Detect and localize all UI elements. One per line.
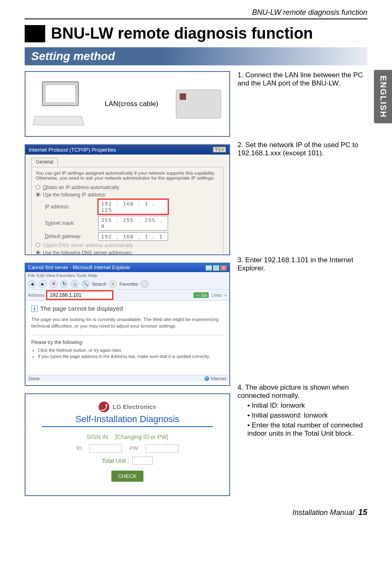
language-tab: ENGLISH (374, 70, 392, 123)
ie-error-text: The page you are looking for is currentl… (31, 316, 224, 329)
page-number: 15 (358, 508, 367, 517)
lan-cable-label: LAN(cross cable) (105, 100, 158, 108)
step-4-bullet-2: • Initial password: lonwork (247, 411, 367, 420)
radio-dns-auto: Obtain DNS server address automatically (36, 242, 219, 248)
ie-status-zone: Internet (211, 376, 226, 381)
dialog-close-buttons[interactable]: ? | × (213, 147, 226, 152)
ie-window-buttons[interactable]: _□× (205, 265, 227, 271)
subnet-mask-label: Subnet mask: (45, 220, 98, 226)
title-block-icon (25, 25, 45, 42)
subnet-mask-field[interactable]: 255 . 255 . 255 . 0 (98, 216, 168, 231)
radio-obtain-auto[interactable]: Obtain an IP address automatically (36, 185, 219, 190)
dialog-tab-general[interactable]: General (31, 158, 58, 166)
radio-use-following[interactable]: Use the following IP address: (36, 192, 219, 198)
ie-address-label: Address (28, 293, 44, 298)
ie-menubar[interactable]: File Edit View Favorites Tools Help (25, 272, 229, 279)
total-unit-label: Total Unit : (102, 457, 129, 464)
ie-search-label[interactable]: Search (92, 282, 106, 286)
page-title: BNU-LW remote diagnosis function (45, 25, 313, 42)
pw-field[interactable] (145, 444, 178, 453)
pc-illustration (34, 81, 87, 127)
step-4-bullet-1: • Initial ID: lonwork (247, 402, 367, 410)
ie-back-button[interactable]: ◄ (28, 280, 36, 288)
ie-address-field[interactable]: 192.168.1.101 (47, 291, 113, 299)
dialog-description: You can get IP settings assigned automat… (36, 171, 219, 180)
dialog-title: Internet Protocol (TCP/IP) Properties (29, 147, 116, 153)
page-title-bar: BNU-LW remote diagnosis function (25, 25, 367, 42)
figure-lan-connection: LAN(cross cable) (25, 71, 230, 137)
ie-toolbar: ◄ ► ✕ ↻ ⌂ 🔍Search ★Favorites 🕘 (25, 279, 229, 290)
pw-label: PW (129, 445, 138, 451)
page-footer: Installation Manual 15 (0, 504, 392, 525)
ie-try-heading: Please try the following: (31, 339, 224, 345)
step-4-bullet-3: • Enter the total number of connected in… (247, 421, 367, 438)
default-gateway-label: Default gateway: (45, 233, 98, 239)
check-button[interactable]: CHECK (111, 471, 143, 482)
self-install-title: Self-Installation Diagnosis (42, 414, 213, 427)
id-field[interactable] (89, 444, 122, 453)
figure-self-install-page: LG Electronics Self-Installation Diagnos… (25, 393, 230, 496)
id-label: ID (76, 445, 82, 451)
figure-ie-window: Cannot find server - Microsoft Internet … (25, 263, 230, 386)
change-idpw-link[interactable]: [Changing ID or PW] (115, 434, 168, 440)
running-header: BNU-LW remote diagnosis function (25, 8, 367, 19)
step-2-text: 2. Set the network IP of the used PC to … (238, 141, 367, 157)
ie-fav-icon[interactable]: ★ (109, 280, 117, 288)
radio-dns-manual[interactable]: Use the following DNS server addresses: (36, 250, 219, 255)
ie-go-button[interactable]: → Go (194, 292, 209, 298)
lg-brand-text: LG Electronics (113, 403, 156, 410)
step-1-text: 1. Connect the LAN line between the PC a… (238, 71, 367, 88)
section-heading: Setting method (25, 47, 367, 65)
ie-search-icon[interactable]: 🔍 (81, 280, 90, 288)
step-3-text: 3. Enter 192.168.1.101 in the Internet E… (238, 256, 367, 272)
lg-logo-icon (99, 402, 109, 412)
default-gateway-field[interactable]: 192 . 168 . 1 . 1 (98, 232, 168, 241)
signin-label: SIGN IN (87, 434, 108, 440)
figure-tcpip-dialog: Internet Protocol (TCP/IP) Properties ? … (25, 144, 230, 255)
ie-try-item-2: If you typed the page address in the Add… (38, 354, 224, 359)
info-icon: i (31, 305, 38, 312)
ie-links-label[interactable]: Links (211, 293, 222, 298)
ip-address-field[interactable]: 192 . 168 . 1 . 125 (98, 199, 168, 214)
ie-title-text: Cannot find server - Microsoft Internet … (28, 265, 130, 271)
ie-fav-label[interactable]: Favorites (120, 282, 138, 286)
ie-refresh-button[interactable]: ↻ (60, 280, 68, 288)
ie-forward-button[interactable]: ► (39, 280, 47, 288)
ie-stop-button[interactable]: ✕ (49, 280, 58, 288)
ie-try-item-1: Click the Refresh button, or try again l… (38, 348, 224, 353)
ie-home-button[interactable]: ⌂ (71, 280, 79, 288)
globe-icon (204, 376, 209, 381)
ie-status-done: Done (29, 376, 39, 381)
ie-history-button[interactable]: 🕘 (141, 280, 149, 288)
step-4-text: 4. The above picture is shown when conne… (238, 383, 367, 400)
ie-error-heading: The page cannot be displayed (40, 305, 123, 312)
total-unit-field[interactable] (132, 457, 153, 465)
bnu-device-illustration (176, 90, 221, 118)
ip-address-label: IP address: (45, 204, 98, 210)
